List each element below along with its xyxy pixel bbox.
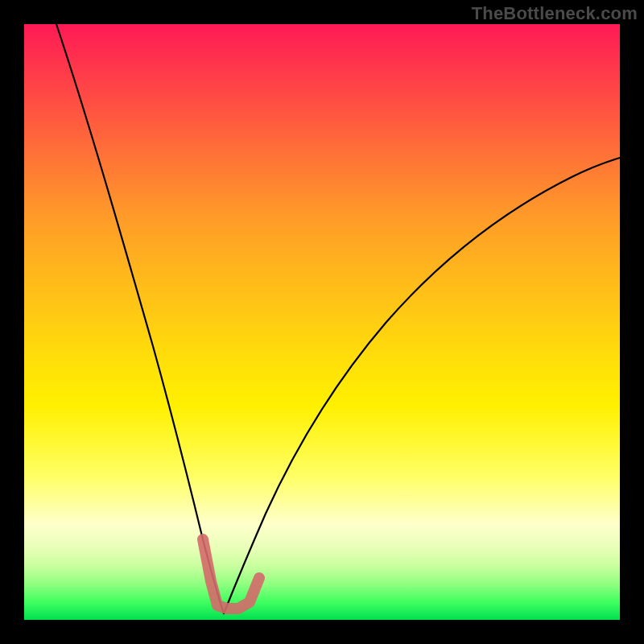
watermark-text: TheBottleneck.com [472,3,638,24]
curve-layer [24,24,620,620]
curve-left-branch [56,24,224,613]
chart-stage: TheBottleneck.com [0,0,644,644]
curve-right-branch [224,158,620,613]
plot-area [24,24,620,620]
